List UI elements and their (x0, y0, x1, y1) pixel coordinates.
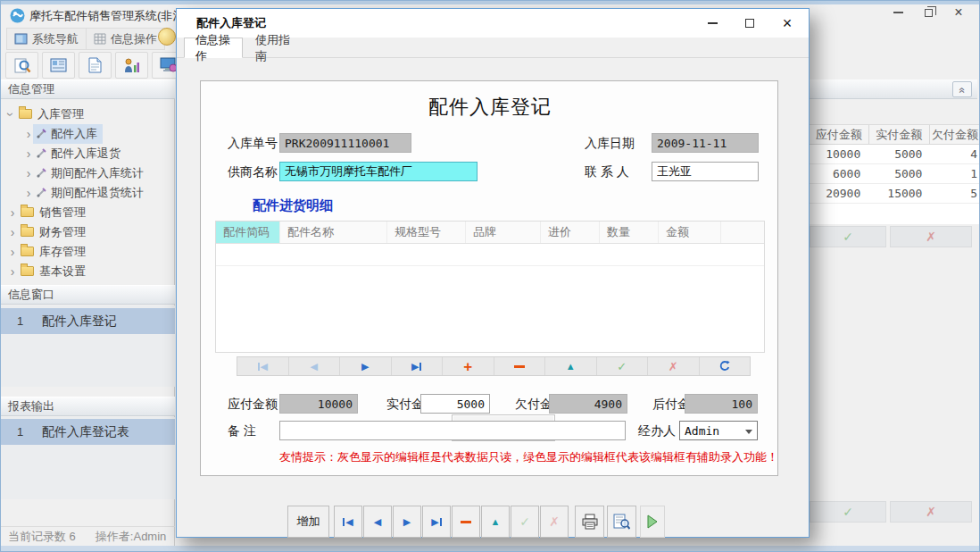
dialog-minimize-button[interactable] (698, 13, 727, 34)
close-button[interactable]: × (943, 3, 974, 22)
nav-cancel-button[interactable]: ✗ (648, 357, 700, 375)
tree-item-parts-stockin[interactable]: › 配件入库 (1, 124, 174, 143)
column-header-price[interactable]: 进价 (541, 222, 600, 243)
nav-prior-button[interactable]: ◀ (289, 357, 341, 375)
handler-select[interactable]: Admin (679, 421, 758, 440)
tree-item-stockin-returns[interactable]: › 配件入库退货 (1, 144, 174, 163)
nav-insert-button[interactable]: + (443, 357, 494, 375)
footer-last-button[interactable]: ▶ (422, 506, 451, 538)
tree-item-basic-settings[interactable]: › 基本设置 (1, 262, 174, 280)
nav-refresh-button[interactable] (700, 357, 751, 375)
check-icon: ✓ (843, 230, 853, 244)
tab-info-operations[interactable]: 信息操作 (86, 28, 165, 50)
bg-cancel-button-2[interactable]: ✗ (890, 501, 972, 523)
table-row[interactable]: 6000 5000 1 (810, 164, 980, 184)
column-header[interactable]: 欠付金额 (930, 125, 980, 144)
tab-system-navigation[interactable]: 系统导航 (6, 28, 87, 50)
remark-label: 备 注 (228, 423, 256, 439)
bg-post-button-2[interactable]: ✓ (810, 501, 886, 523)
minus-icon (514, 365, 525, 368)
column-header[interactable]: 实付金额 (869, 125, 930, 144)
tree-item-finance-mgmt[interactable]: › 财务管理 (1, 222, 174, 241)
document-button[interactable] (79, 52, 112, 79)
table-row[interactable]: 20900 15000 5 (810, 184, 980, 204)
coin-icon (158, 28, 176, 46)
handler-label: 经办人 (638, 423, 676, 439)
column-header-qty[interactable]: 数量 (600, 222, 659, 243)
minimize-icon (708, 22, 718, 24)
window-list-item-stockin[interactable]: 1 配件入库登记 (1, 308, 175, 334)
tool-icon (36, 128, 47, 139)
navigation-icon (14, 33, 28, 45)
column-header-name[interactable]: 配件名称 (280, 222, 387, 243)
folder-icon (21, 207, 34, 217)
tree-item-period-return-stats[interactable]: › 期间配件退货统计 (1, 183, 174, 202)
tree-item-period-stockin-stats[interactable]: › 期间配件入库统计 (1, 163, 174, 182)
operator-button[interactable] (115, 52, 148, 79)
chevron-down-icon (745, 430, 752, 434)
stockin-dialog: 配件入库登记 × 信息操作 使用指南 配件入库登记 入库单号 PRK200911… (176, 8, 810, 538)
dialog-close-button[interactable]: × (773, 13, 801, 34)
tree-selection-highlight: 配件入库 (33, 124, 103, 144)
chevron-right-icon: › (8, 206, 17, 219)
preview-icon (613, 514, 630, 530)
column-header[interactable]: 应付金额 (810, 125, 869, 144)
plus-icon: + (463, 359, 472, 374)
report-list-item-stockin-form[interactable]: 1 配件入库登记表 (1, 419, 175, 445)
remark-input[interactable] (279, 421, 626, 440)
footer-first-button[interactable]: ◀ (334, 506, 362, 538)
bg-post-button[interactable]: ✓ (810, 226, 886, 247)
window-controls: × (883, 3, 974, 22)
nav-next-button[interactable]: ▶ (340, 357, 392, 375)
window-bottom-border (1, 546, 980, 552)
minimize-button[interactable] (883, 3, 913, 22)
tree-item-sales-mgmt[interactable]: › 销售管理 (1, 203, 174, 222)
card-view-button[interactable] (42, 52, 75, 79)
collapse-panel-button[interactable]: « (952, 81, 972, 97)
column-header-amount[interactable]: 金额 (659, 222, 721, 243)
column-header-code[interactable]: 配件简码 (216, 222, 280, 243)
nav-first-button[interactable]: ◀ (237, 357, 289, 375)
nav-last-button[interactable]: ▶ (392, 357, 444, 375)
section-header-info-mgmt[interactable]: 信息管理 (1, 79, 175, 99)
supplier-field[interactable]: 无锡市万明摩托车配件厂 (279, 162, 478, 181)
dialog-tab-info-ops[interactable]: 信息操作 (184, 38, 243, 58)
add-button[interactable]: 增加 (287, 506, 329, 538)
nav-delete-button[interactable] (494, 357, 546, 375)
footer-next-button[interactable]: ▶ (393, 506, 421, 538)
nav-post-button[interactable]: ✓ (597, 357, 649, 375)
cross-icon: ✗ (926, 230, 936, 244)
footer-post-button[interactable]: ✓ (511, 506, 539, 538)
execute-button[interactable] (640, 506, 665, 538)
dialog-tab-user-guide[interactable]: 使用指南 (245, 38, 307, 58)
dialog-maximize-button[interactable] (735, 13, 764, 34)
column-header-brand[interactable]: 品牌 (466, 222, 541, 243)
tree-item-inventory-mgmt[interactable]: › 库存管理 (1, 242, 174, 261)
restore-button[interactable] (913, 3, 943, 22)
bg-cancel-button[interactable]: ✗ (890, 226, 972, 247)
print-button[interactable] (575, 506, 604, 538)
footer-delete-button[interactable] (452, 506, 480, 538)
contact-input[interactable] (652, 162, 759, 181)
footer-cancel-button[interactable]: ✗ (540, 506, 569, 538)
next-record-icon: ▶ (361, 361, 369, 372)
tree-item-stockin-mgmt[interactable]: › 入库管理 (1, 105, 174, 123)
app-logo-icon (10, 8, 25, 23)
minus-icon (461, 521, 471, 523)
cross-icon: ✗ (669, 360, 678, 373)
table-row[interactable]: 10000 5000 4 (810, 145, 980, 164)
section-header-report-output[interactable]: 报表输出 (1, 397, 175, 416)
chevron-right-icon: › (8, 246, 17, 258)
chevron-right-icon: › (24, 147, 33, 160)
print-preview-button[interactable] (607, 506, 636, 538)
paid-input[interactable] (420, 394, 490, 414)
nav-edit-button[interactable]: ▲ (545, 357, 597, 375)
triangle-up-icon: ▲ (566, 361, 576, 372)
section-header-info-window[interactable]: 信息窗口 (1, 285, 175, 305)
footer-prior-button[interactable]: ◀ (363, 506, 392, 538)
column-header-spec[interactable]: 规格型号 (387, 222, 466, 243)
footer-edit-button[interactable]: ▲ (481, 506, 510, 538)
folder-icon (19, 109, 32, 119)
dialog-tab-bar: 信息操作 使用指南 (177, 38, 809, 58)
search-toolbar-button[interactable] (5, 52, 38, 79)
